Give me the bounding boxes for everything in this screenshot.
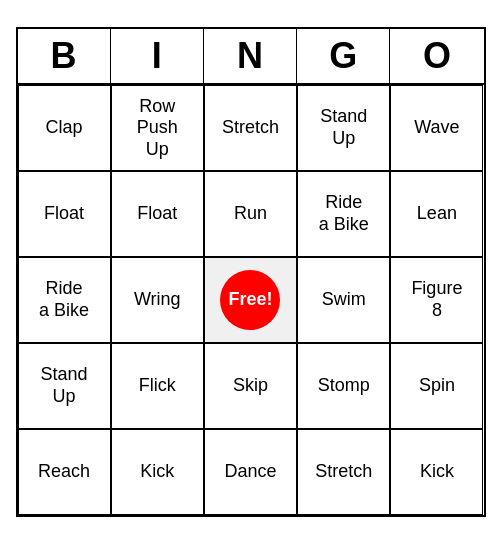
- bingo-cell: Stretch: [204, 85, 297, 171]
- bingo-cell: StandUp: [297, 85, 390, 171]
- bingo-header: BINGO: [18, 29, 484, 85]
- bingo-grid: ClapRowPushUpStretchStandUpWaveFloatFloa…: [18, 85, 484, 515]
- bingo-header-letter: G: [297, 29, 390, 83]
- bingo-card: BINGO ClapRowPushUpStretchStandUpWaveFlo…: [16, 27, 486, 517]
- bingo-cell: Ridea Bike: [297, 171, 390, 257]
- bingo-header-letter: B: [18, 29, 111, 83]
- bingo-cell: Wave: [390, 85, 483, 171]
- bingo-header-letter: I: [111, 29, 204, 83]
- bingo-cell: Wring: [111, 257, 204, 343]
- bingo-cell: Dance: [204, 429, 297, 515]
- bingo-cell: Float: [18, 171, 111, 257]
- bingo-cell: Ridea Bike: [18, 257, 111, 343]
- bingo-cell: Stomp: [297, 343, 390, 429]
- bingo-cell: RowPushUp: [111, 85, 204, 171]
- bingo-cell: StandUp: [18, 343, 111, 429]
- bingo-cell: Reach: [18, 429, 111, 515]
- bingo-cell: Clap: [18, 85, 111, 171]
- bingo-cell: Stretch: [297, 429, 390, 515]
- bingo-header-letter: O: [390, 29, 483, 83]
- bingo-cell: Run: [204, 171, 297, 257]
- free-space: Free!: [204, 257, 297, 343]
- bingo-cell: Spin: [390, 343, 483, 429]
- bingo-cell: Flick: [111, 343, 204, 429]
- free-circle: Free!: [220, 270, 280, 330]
- bingo-header-letter: N: [204, 29, 297, 83]
- bingo-cell: Swim: [297, 257, 390, 343]
- bingo-cell: Float: [111, 171, 204, 257]
- bingo-cell: Skip: [204, 343, 297, 429]
- bingo-cell: Figure8: [390, 257, 483, 343]
- bingo-cell: Kick: [390, 429, 483, 515]
- bingo-cell: Lean: [390, 171, 483, 257]
- bingo-cell: Kick: [111, 429, 204, 515]
